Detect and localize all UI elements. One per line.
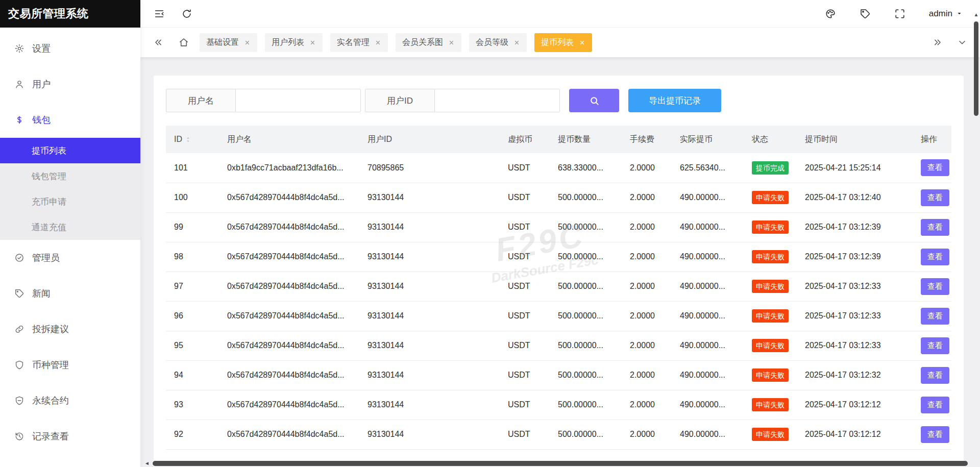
sidebar-item-withdraw-list[interactable]: 提币列表	[0, 138, 140, 163]
sidebar-item-coin-manage[interactable]: 币种管理	[0, 347, 140, 383]
sort-icon[interactable]	[184, 136, 192, 143]
close-icon[interactable]	[375, 39, 381, 46]
cell-amount: 500.00000...	[550, 183, 622, 212]
cell-coin: USDT	[500, 331, 550, 360]
cell-action: 查看	[913, 212, 951, 242]
sidebar-item-news[interactable]: 新闻	[0, 276, 140, 311]
view-button[interactable]: 查看	[921, 337, 949, 354]
cell-action: 查看	[913, 183, 951, 212]
cell-status: 申请失败	[744, 242, 797, 272]
sidebar-item-perpetual[interactable]: 永续合约	[0, 383, 140, 419]
tab-member-graph[interactable]: 会员关系图	[396, 33, 461, 52]
cell-time: 2025-04-17 03:12:33	[797, 301, 913, 331]
cell-status: 申请失败	[744, 360, 797, 390]
close-icon[interactable]	[448, 39, 455, 46]
sidebar: 交易所管理系统 设置用户钱包提币列表钱包管理充币申请通道充值管理员新闻投拆建议币…	[0, 0, 140, 467]
cell-coin: USDT	[500, 153, 550, 183]
sidebar-item-label: 通道充值	[32, 222, 66, 233]
status-badge: 申请失败	[752, 398, 789, 411]
sidebar-item-wallet-manage[interactable]: 钱包管理	[0, 163, 140, 189]
app-title: 交易所管理系统	[0, 0, 140, 28]
tag-icon[interactable]	[860, 8, 871, 19]
cell-user_id: 93130144	[359, 301, 500, 331]
tabs-back-button[interactable]	[153, 37, 164, 48]
sidebar-item-label: 管理员	[32, 252, 60, 264]
tab-member-level[interactable]: 会员等级	[469, 33, 527, 52]
home-tab-button[interactable]	[178, 37, 189, 48]
cell-username: 0x567d428970444b8f4dc4a5d...	[219, 420, 359, 449]
scroll-left-icon[interactable]: ◄	[144, 461, 150, 466]
status-badge: 申请失败	[752, 280, 789, 293]
cell-username: 0x567d428970444b8f4dc4a5d...	[219, 390, 359, 420]
column-header-amount: 提币数量	[550, 126, 622, 153]
fullscreen-icon[interactable]	[894, 8, 905, 19]
user-menu[interactable]: admin	[929, 9, 963, 19]
tab-withdraw-list[interactable]: 提币列表	[534, 33, 592, 52]
view-button[interactable]: 查看	[921, 159, 949, 176]
cell-coin: USDT	[500, 242, 550, 272]
cell-actual: 490.00000...	[672, 301, 744, 331]
search-toolbar: 用户名 用户ID 导出提币记录	[166, 89, 951, 112]
view-button[interactable]: 查看	[921, 308, 949, 325]
horizontal-scrollbar[interactable]: ◄	[140, 459, 980, 467]
tabs-menu-button[interactable]	[957, 37, 968, 48]
column-label: 状态	[752, 134, 768, 145]
search-button[interactable]	[569, 89, 619, 112]
tab-basic-settings[interactable]: 基础设置	[200, 33, 257, 52]
close-icon[interactable]	[513, 39, 520, 46]
tab-user-list[interactable]: 用户列表	[265, 33, 323, 52]
sidebar-item-users[interactable]: 用户	[0, 66, 140, 102]
tab-label: 提币列表	[541, 37, 574, 48]
view-button[interactable]: 查看	[921, 249, 949, 265]
sidebar-item-feedback[interactable]: 投拆建议	[0, 311, 140, 347]
cell-id: 101	[166, 153, 219, 183]
view-button[interactable]: 查看	[921, 219, 949, 236]
cell-id: 99	[166, 212, 219, 242]
sidebar-item-label: 提币列表	[32, 145, 66, 157]
sidebar-item-deposit-apply[interactable]: 充币申请	[0, 189, 140, 214]
cell-username: 0x567d428970444b8f4dc4a5d...	[219, 242, 359, 272]
table-row: 920x567d428970444b8f4dc4a5d...93130144US…	[166, 420, 951, 449]
palette-icon[interactable]	[825, 8, 836, 19]
horizontal-scrollbar-thumb[interactable]	[153, 461, 968, 466]
column-header-coin: 虚拟币	[500, 126, 550, 153]
scroll-up-icon[interactable]: ▲	[974, 12, 979, 17]
cell-id: 92	[166, 420, 219, 449]
sidebar-item-admins[interactable]: 管理员	[0, 240, 140, 276]
cell-fee: 2.0000	[622, 390, 672, 420]
cell-user_id: 70895865	[359, 153, 500, 183]
tabs-forward-button[interactable]	[932, 37, 943, 48]
userid-input[interactable]	[434, 89, 560, 112]
cell-actual: 625.56340...	[672, 153, 744, 183]
sidebar-item-records[interactable]: 记录查看	[0, 419, 140, 454]
sidebar-item-channel-recharge[interactable]: 通道充值	[0, 214, 140, 240]
view-button[interactable]: 查看	[921, 278, 949, 295]
cell-id: 95	[166, 331, 219, 360]
sidebar-item-wallet[interactable]: 钱包	[0, 102, 140, 138]
view-button[interactable]: 查看	[921, 367, 949, 384]
cell-action: 查看	[913, 272, 951, 301]
view-button[interactable]: 查看	[921, 189, 949, 206]
column-header-id: ID	[166, 126, 219, 153]
view-button[interactable]: 查看	[921, 397, 949, 413]
close-icon[interactable]	[244, 39, 251, 46]
export-withdraw-records-button[interactable]: 导出提币记录	[628, 89, 721, 112]
cell-time: 2025-04-17 03:12:33	[797, 331, 913, 360]
username-input[interactable]	[235, 89, 361, 112]
close-icon[interactable]	[579, 39, 585, 46]
close-icon[interactable]	[309, 39, 316, 46]
cell-fee: 2.0000	[622, 331, 672, 360]
sidebar-item-settings[interactable]: 设置	[0, 31, 140, 66]
cell-status: 申请失败	[744, 212, 797, 242]
tab-realname-manage[interactable]: 实名管理	[330, 33, 388, 52]
cell-id: 93	[166, 390, 219, 420]
vertical-scrollbar-thumb[interactable]	[974, 21, 978, 116]
cell-fee: 2.0000	[622, 420, 672, 449]
cell-amount: 500.00000...	[550, 390, 622, 420]
column-label: 用户名	[227, 134, 252, 145]
cell-id: 96	[166, 301, 219, 331]
vertical-scrollbar[interactable]: ▲	[972, 0, 980, 467]
view-button[interactable]: 查看	[921, 426, 949, 443]
refresh-icon[interactable]	[181, 8, 192, 19]
menu-fold-icon[interactable]	[154, 8, 165, 19]
